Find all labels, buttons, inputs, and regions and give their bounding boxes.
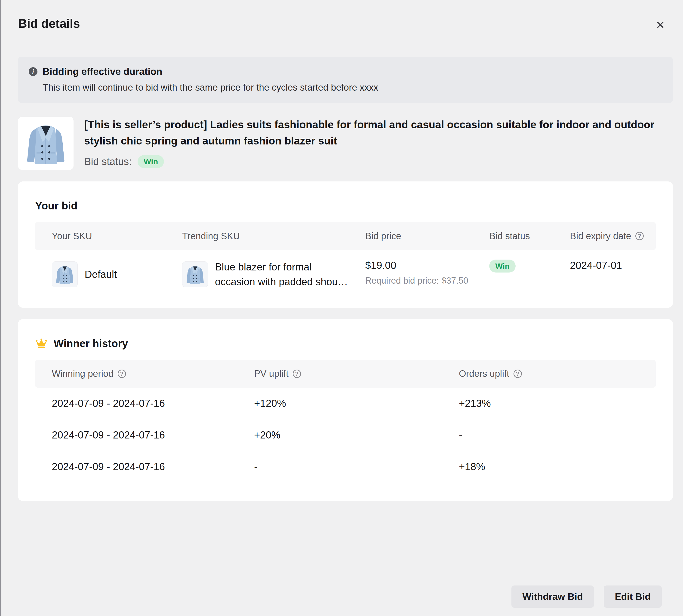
- bid-status-badge: Win: [137, 155, 164, 168]
- pv-uplift-cell: +120%: [237, 388, 442, 419]
- column-header-label: Bid expiry date: [570, 231, 631, 241]
- winning-period-cell: 2024-07-09 - 2024-07-16: [35, 388, 237, 419]
- modal-header: Bid details ×: [18, 16, 673, 33]
- bid-details-modal: Bid details × i Bidding effective durati…: [0, 0, 683, 616]
- info-banner-title-row: i Bidding effective duration: [29, 66, 662, 77]
- trending-sku-name: Blue blazer for formal occasion with pad…: [215, 260, 349, 289]
- help-icon[interactable]: ?: [635, 232, 644, 240]
- close-icon: ×: [656, 17, 664, 32]
- crown-icon: [35, 338, 48, 349]
- winner-history-row: 2024-07-09 - 2024-07-16 +120% +213%: [35, 388, 656, 419]
- your-sku-name: Default: [85, 269, 117, 280]
- your-bid-table-header: Your SKU Trending SKU Bid price Bid stat…: [35, 222, 656, 250]
- row-bid-status-badge: Win: [489, 260, 516, 272]
- help-icon[interactable]: ?: [293, 370, 301, 378]
- your-bid-card: Your bid Your SKU Trending SKU Bid price…: [18, 181, 673, 308]
- left-edge-divider: [0, 0, 1, 616]
- column-header-your-sku: Your SKU: [35, 222, 166, 250]
- winner-history-heading-row: Winner history: [35, 337, 656, 350]
- column-header-orders-uplift: Orders uplift ?: [442, 360, 656, 388]
- blazer-icon: [25, 120, 67, 167]
- bid-price-value: $19.00: [365, 260, 473, 271]
- winning-period-cell: 2024-07-09 - 2024-07-16: [35, 451, 237, 482]
- your-sku-cell: Default: [35, 250, 166, 289]
- winner-history-row: 2024-07-09 - 2024-07-16 +20% -: [35, 419, 656, 451]
- product-thumbnail: [18, 117, 73, 170]
- column-header-label: PV uplift: [254, 369, 289, 379]
- bid-status-row: Bid status: Win: [84, 155, 669, 168]
- modal-footer: Withdraw Bid Edit Bid: [511, 586, 662, 608]
- bid-status-cell: Win: [473, 250, 553, 289]
- info-banner: i Bidding effective duration This item w…: [18, 57, 673, 103]
- product-title: [This is seller’s product] Ladies suits …: [84, 117, 669, 149]
- withdraw-bid-button[interactable]: Withdraw Bid: [511, 586, 594, 608]
- column-header-bid-status: Bid status: [473, 222, 553, 250]
- info-banner-description: This item will continue to bid with the …: [43, 82, 662, 93]
- your-sku-thumbnail: [52, 261, 78, 287]
- pv-uplift-cell: +20%: [237, 419, 442, 451]
- your-bid-table: Your SKU Trending SKU Bid price Bid stat…: [35, 222, 656, 289]
- info-banner-title: Bidding effective duration: [43, 66, 162, 77]
- blazer-icon: [186, 264, 205, 285]
- help-icon[interactable]: ?: [514, 370, 522, 378]
- column-header-trending-sku: Trending SKU: [166, 222, 349, 250]
- your-bid-row: Default Blue blazer for formal occasion …: [35, 250, 656, 289]
- product-info: [This is seller’s product] Ladies suits …: [84, 117, 669, 170]
- column-header-winning-period: Winning period ?: [35, 360, 237, 388]
- column-header-label: Winning period: [52, 369, 113, 379]
- product-summary: [This is seller’s product] Ladies suits …: [18, 117, 673, 170]
- required-bid-price: Required bid price: $37.50: [365, 276, 473, 286]
- help-icon[interactable]: ?: [118, 370, 126, 378]
- your-bid-heading: Your bid: [35, 199, 656, 212]
- bid-expiry-date-cell: 2024-07-01: [553, 250, 656, 289]
- winning-period-cell: 2024-07-09 - 2024-07-16: [35, 419, 237, 451]
- column-header-label: Orders uplift: [459, 369, 509, 379]
- bid-price-cell: $19.00 Required bid price: $37.50: [348, 250, 473, 289]
- edit-bid-button[interactable]: Edit Bid: [604, 586, 662, 608]
- winner-history-row: 2024-07-09 - 2024-07-16 - +18%: [35, 451, 656, 482]
- winner-history-heading: Winner history: [54, 337, 128, 350]
- page-title: Bid details: [18, 16, 80, 30]
- column-header-bid-price: Bid price: [348, 222, 473, 250]
- trending-sku-thumbnail: [182, 261, 208, 287]
- close-button[interactable]: ×: [654, 17, 667, 33]
- winner-history-table-header: Winning period ? PV uplift ? Orders upli…: [35, 360, 656, 388]
- column-header-pv-uplift: PV uplift ?: [237, 360, 442, 388]
- orders-uplift-cell: +18%: [442, 451, 656, 482]
- orders-uplift-cell: -: [442, 419, 656, 451]
- bid-status-label: Bid status:: [84, 156, 132, 167]
- pv-uplift-cell: -: [237, 451, 442, 482]
- winner-history-card: Winner history Winning period ? PV uplif…: [18, 319, 673, 501]
- orders-uplift-cell: +213%: [442, 388, 656, 419]
- column-header-bid-expiry-date: Bid expiry date ?: [553, 222, 656, 250]
- blazer-icon: [55, 264, 74, 285]
- winner-history-table: Winning period ? PV uplift ? Orders upli…: [35, 360, 656, 482]
- info-icon: i: [29, 67, 38, 76]
- trending-sku-cell: Blue blazer for formal occasion with pad…: [166, 250, 349, 289]
